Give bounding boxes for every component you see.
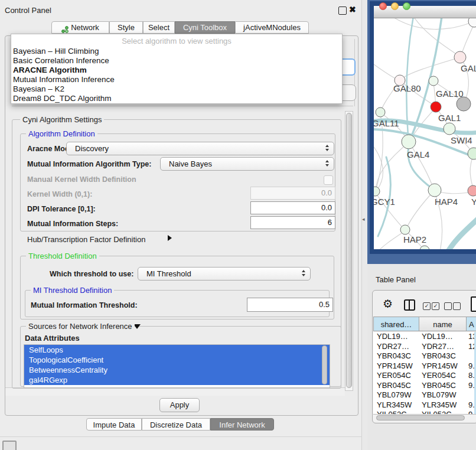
collapse-arrow-icon[interactable]: [133, 324, 141, 329]
minimized-panel-icon[interactable]: [2, 441, 17, 450]
network-node[interactable]: [454, 51, 466, 63]
algorithm-option[interactable]: Mutual Information Inference: [11, 75, 342, 84]
zoom-window-icon[interactable]: [403, 2, 410, 10]
table-row[interactable]: YPR145WYPR145W9.: [373, 361, 476, 371]
mi-type-select[interactable]: Naive Bayes: [160, 157, 334, 171]
table-cell: YBR045C: [377, 381, 411, 391]
column-header-name[interactable]: name: [419, 317, 467, 331]
new-table-icon[interactable]: [471, 296, 476, 312]
table-cell: YPR145W: [422, 361, 458, 371]
network-node[interactable]: [400, 225, 410, 234]
network-edge: [406, 18, 413, 136]
network-node[interactable]: [457, 97, 471, 111]
network-node[interactable]: [429, 76, 438, 86]
algorithm-option[interactable]: Bayesian – Hill Climbing: [11, 47, 342, 56]
network-window-titlebar[interactable]: [374, 6, 476, 18]
algorithm-option[interactable]: Bayesian – K2: [11, 84, 342, 94]
expander-arrow-icon[interactable]: [168, 235, 172, 241]
stepper-icon: [325, 145, 329, 151]
float-panel-icon[interactable]: [338, 6, 347, 15]
network-edge: [374, 61, 398, 80]
tab-cyni-toolbox[interactable]: Cyni Toolbox: [175, 21, 235, 34]
tab-network[interactable]: Network: [51, 21, 109, 34]
node-label: GAL80: [393, 83, 421, 93]
manual-kernel-checkbox[interactable]: [324, 175, 333, 185]
unchecked-checkbox-icon[interactable]: [453, 302, 461, 310]
minimize-window-icon[interactable]: [391, 2, 399, 10]
network-node[interactable]: [376, 107, 385, 117]
network-node[interactable]: [468, 18, 476, 27]
network-edge: [392, 18, 471, 30]
tab-jactivemnodules[interactable]: jActiveMNodules: [235, 21, 309, 34]
table-row[interactable]: YER054CYER054C8.: [373, 371, 476, 381]
network-node[interactable]: [428, 184, 441, 197]
tab-select[interactable]: Select: [143, 21, 175, 34]
algorithm-option[interactable]: ARACNE Algorithm: [11, 66, 342, 75]
network-node[interactable]: [468, 185, 476, 196]
table-row[interactable]: YDL19…YDL19…13: [373, 332, 476, 342]
which-threshold-select[interactable]: MI Threshold: [138, 267, 311, 281]
which-threshold-value: MI Threshold: [146, 269, 191, 278]
network-node[interactable]: [444, 123, 455, 135]
network-canvas[interactable]: GALGAL80GAL10GAL1GAL11SWI4GAL4GCY1HAP4YH…: [374, 18, 476, 249]
network-edge: [461, 24, 474, 56]
column-header-shared-name[interactable]: shared…: [373, 317, 419, 331]
mi-threshold-field[interactable]: 0.5: [247, 298, 333, 312]
unchecked-checkbox-icon[interactable]: [444, 302, 452, 310]
mi-steps-label: Mutual Information Steps:: [27, 220, 118, 228]
table-row[interactable]: YDR27…YDR27…12: [373, 342, 476, 352]
apply-button[interactable]: Apply: [159, 398, 200, 412]
settings-scrollbar-thumb[interactable]: [346, 113, 352, 388]
table-row[interactable]: YIL052CYIL052C9.: [373, 410, 476, 414]
data-attribute-item[interactable]: TopologicalCoefficient: [24, 355, 330, 365]
network-edge: [406, 191, 433, 229]
settings-horizontal-scrollbar[interactable]: [5, 387, 345, 396]
network-node[interactable]: [468, 148, 476, 159]
kernel-width-field[interactable]: 0.0: [250, 187, 335, 200]
table-scrollbar-thumb[interactable]: [376, 415, 465, 420]
algorithm-option[interactable]: Dream8 DC_TDC Algorithm: [11, 94, 342, 103]
tab-impute-data[interactable]: Impute Data: [86, 418, 142, 431]
data-attribute-item[interactable]: gal4RGexp: [24, 375, 330, 385]
aracne-mode-select[interactable]: Discovery: [66, 142, 334, 155]
network-node[interactable]: [431, 102, 441, 112]
tab-infer-network[interactable]: Infer Network: [210, 418, 274, 431]
divider-collapse-icon[interactable]: ◂: [362, 216, 365, 222]
table-rows: YDL19…YDL19…13YDR27…YDR27…12YBR043CYBR04…: [373, 332, 476, 414]
attribute-list-scrollbar-thumb[interactable]: [322, 345, 327, 384]
mi-steps-field[interactable]: 6: [250, 216, 335, 229]
checked-checkbox-icon[interactable]: ✓: [432, 302, 439, 310]
table-cell: YIL052C: [422, 410, 452, 414]
network-tab-icon: [61, 24, 69, 31]
tab-style[interactable]: Style: [109, 21, 143, 34]
column-header-partial[interactable]: A: [466, 317, 476, 331]
node-label: GAL4: [407, 149, 429, 159]
network-node[interactable]: [402, 135, 416, 149]
table-row[interactable]: YBL079WYBL079W: [373, 390, 476, 400]
dpi-tolerance-field[interactable]: 0.0: [250, 201, 335, 214]
algorithm-option-list: Bayesian – Hill ClimbingBasic Correlatio…: [11, 47, 342, 103]
table-row[interactable]: YLR345WYLR345W9.: [373, 400, 476, 410]
tab-discretize-data-label: Discretize Data: [150, 420, 202, 429]
threshold-definition-title: Threshold Definition: [26, 252, 99, 260]
close-window-icon[interactable]: [379, 2, 387, 10]
network-node[interactable]: [374, 187, 380, 196]
table-row[interactable]: YBR045CYBR045C9.: [373, 381, 476, 391]
data-attribute-item[interactable]: SelfLoops: [24, 345, 330, 355]
tab-jactivemnodules-label: jActiveMNodules: [243, 21, 301, 34]
hub-definition-expander-label[interactable]: Hub/Transcription Factor Definition: [27, 235, 145, 244]
table-panel-title: Table Panel: [376, 275, 416, 284]
show-columns-icon[interactable]: [404, 299, 415, 311]
table-cell: YBR045C: [422, 381, 456, 391]
table-cell: YPR145W: [377, 361, 413, 371]
close-panel-icon[interactable]: ✖: [349, 5, 356, 14]
gear-icon[interactable]: ⚙: [383, 297, 393, 310]
network-edge: [374, 142, 383, 190]
table-row[interactable]: YBR043CYBR043C: [373, 351, 476, 361]
table-cell: YER054C: [422, 371, 456, 381]
dpi-tolerance-label: DPI Tolerance [0,1]:: [27, 205, 96, 213]
tab-discretize-data[interactable]: Discretize Data: [142, 418, 210, 431]
checked-checkbox-icon[interactable]: ✓: [423, 302, 431, 310]
data-attribute-item[interactable]: BetweennessCentrality: [24, 365, 330, 375]
algorithm-option[interactable]: Basic Correlation Inference: [11, 56, 342, 66]
